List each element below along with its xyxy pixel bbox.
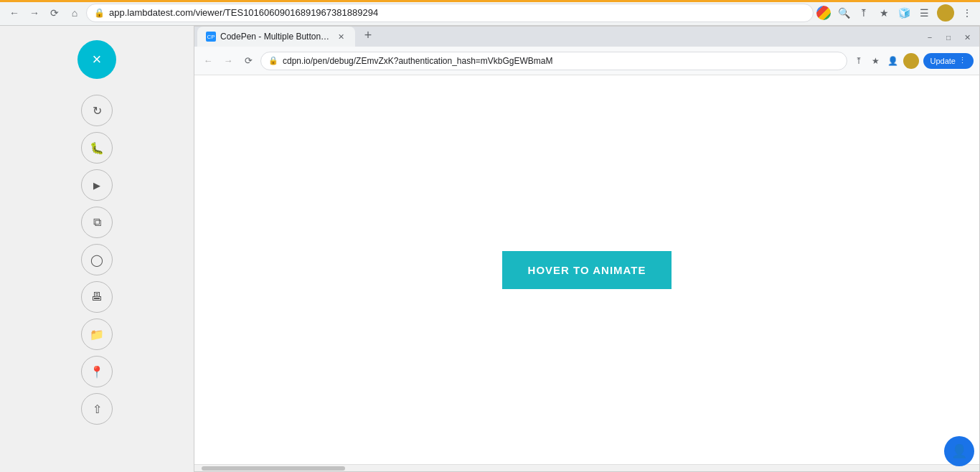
monitor-icon: 🖶 — [91, 291, 103, 303]
inner-profile-icon[interactable]: 👤 — [886, 54, 900, 68]
update-chevron-icon: ⋮ — [958, 56, 966, 65]
layers-icon: ⧉ — [93, 216, 101, 229]
forward-button[interactable]: → — [26, 4, 43, 22]
inner-forward-button[interactable]: → — [220, 53, 236, 69]
inner-page-content: HOVER TO ANIMATE — [194, 75, 979, 464]
inner-tab-strip: CP CodePen - Multiple Button Tran... ✕ +… — [194, 27, 979, 47]
sync-icon: ↻ — [93, 104, 102, 118]
video-icon: ▶ — [93, 180, 100, 191]
inner-active-tab[interactable]: CP CodePen - Multiple Button Tran... ✕ — [197, 27, 355, 47]
close-button[interactable]: × — [77, 40, 116, 79]
inner-back-button[interactable]: ← — [200, 53, 216, 69]
inner-url-text: cdpn.io/pen/debug/ZEmvZxK?authentication… — [283, 56, 839, 66]
inner-tab-close-button[interactable]: ✕ — [335, 31, 347, 42]
inner-bookmark-icon[interactable]: ★ — [869, 54, 883, 68]
outer-toolbar: 🔍 ⤒ ★ 🧊 ☰ ⋮ — [816, 4, 974, 22]
inner-tab-favicon: CP — [206, 32, 216, 42]
bug-icon: 🐛 — [90, 141, 104, 155]
left-sidebar: × ↻ 🐛 ▶ ⧉ ◯ 🖶 📁 📍 ⇧ — [0, 26, 194, 472]
outer-url-text: app.lambdatest.com/viewer/TES10160609016… — [109, 7, 806, 18]
inner-window-close[interactable]: ✕ — [959, 29, 975, 45]
profile-avatar[interactable] — [937, 4, 954, 22]
bookmark-icon[interactable]: ★ — [877, 6, 891, 20]
bug-button[interactable]: 🐛 — [81, 132, 113, 164]
avatar-icon: 👤 — [951, 443, 967, 459]
horizontal-scrollbar[interactable] — [194, 464, 979, 471]
folder-button[interactable]: 📁 — [81, 318, 113, 350]
bottom-right-avatar[interactable]: 👤 — [944, 436, 974, 466]
video-button[interactable]: ▶ — [81, 169, 113, 201]
google-lens-icon[interactable] — [816, 6, 831, 20]
location-icon: 📍 — [90, 365, 104, 379]
sync-button[interactable]: ↻ — [81, 95, 113, 126]
location-button[interactable]: 📍 — [81, 356, 113, 387]
back-button[interactable]: ← — [6, 4, 23, 22]
monitor-button[interactable]: 🖶 — [81, 281, 113, 313]
inner-profile-avatar[interactable] — [903, 53, 919, 69]
inner-share-icon[interactable]: ⤒ — [852, 54, 866, 68]
cube-button[interactable]: ◯ — [81, 244, 113, 275]
sidebar-toggle-icon[interactable]: ☰ — [917, 6, 931, 20]
layers-button[interactable]: ⧉ — [81, 207, 113, 238]
update-button[interactable]: Update ⋮ — [923, 53, 974, 69]
extensions-icon[interactable]: 🧊 — [897, 6, 911, 20]
zoom-icon[interactable]: 🔍 — [837, 6, 851, 20]
menu-icon[interactable]: ⋮ — [960, 6, 974, 20]
inner-address-bar[interactable]: 🔒 cdpn.io/pen/debug/ZEmvZxK?authenticati… — [260, 52, 847, 70]
folder-icon: 📁 — [90, 328, 104, 341]
upload-icon: ⇧ — [93, 402, 102, 416]
outer-address-bar[interactable]: 🔒 app.lambdatest.com/viewer/TES101606090… — [86, 4, 814, 22]
hover-animate-button[interactable]: HOVER TO ANIMATE — [502, 251, 672, 289]
refresh-button[interactable]: ⟳ — [46, 4, 63, 22]
home-button[interactable]: ⌂ — [66, 4, 83, 22]
share-icon[interactable]: ⤒ — [857, 6, 871, 20]
orange-accent-bar — [0, 0, 980, 2]
inner-refresh-button[interactable]: ⟳ — [240, 53, 256, 69]
inner-browser: CP CodePen - Multiple Button Tran... ✕ +… — [194, 26, 980, 472]
scrollbar-thumb — [202, 466, 345, 471]
inner-new-tab-button[interactable]: + — [358, 25, 378, 45]
lock-icon: 🔒 — [94, 8, 105, 18]
upload-button[interactable]: ⇧ — [81, 393, 113, 425]
cube-icon: ◯ — [90, 253, 103, 267]
inner-right-toolbar: ⤒ ★ 👤 — [852, 53, 919, 69]
inner-lock-icon: 🔒 — [268, 56, 278, 65]
inner-window-minimize[interactable]: − — [922, 29, 938, 45]
inner-browser-bar: ← → ⟳ 🔒 cdpn.io/pen/debug/ZEmvZxK?authen… — [194, 47, 979, 75]
inner-window-restore[interactable]: □ — [941, 29, 956, 45]
inner-tab-title: CodePen - Multiple Button Tran... — [220, 32, 331, 42]
